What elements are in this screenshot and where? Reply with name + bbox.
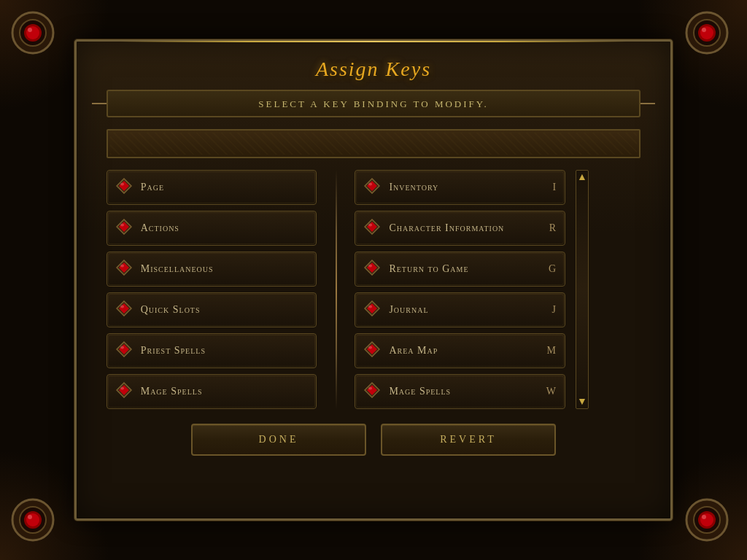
diamond-icon bbox=[116, 260, 141, 279]
svg-point-4 bbox=[28, 28, 32, 32]
diamond-icon bbox=[116, 178, 141, 197]
done-button[interactable]: Done bbox=[191, 424, 366, 456]
svg-point-19 bbox=[702, 515, 706, 519]
key-item-mage-spells-left[interactable]: Mage Spells bbox=[107, 374, 317, 409]
key-item-mage-spells-right[interactable]: Mage SpellsW bbox=[355, 374, 565, 409]
key-binding-value: R bbox=[541, 222, 556, 234]
diamond-icon bbox=[364, 341, 389, 360]
svg-point-25 bbox=[120, 224, 124, 227]
diamond-icon bbox=[364, 260, 389, 279]
svg-point-43 bbox=[368, 224, 372, 227]
dialog-title: Assign Keys bbox=[316, 58, 431, 80]
svg-point-31 bbox=[120, 306, 124, 308]
key-label: Inventory bbox=[389, 182, 535, 193]
right-column: InventoryICharacter InformationRReturn t… bbox=[343, 170, 587, 409]
key-label: Journal bbox=[389, 304, 535, 316]
key-label: Return to Game bbox=[389, 263, 535, 275]
key-item-character-information[interactable]: Character InformationR bbox=[355, 211, 565, 246]
header-decoration bbox=[107, 129, 641, 158]
key-item-actions[interactable]: Actions bbox=[107, 211, 317, 246]
corner-decoration-br bbox=[681, 494, 740, 553]
svg-point-34 bbox=[120, 346, 124, 349]
scroll-up-arrow[interactable]: ▲ bbox=[577, 172, 587, 182]
key-item-return-to-game[interactable]: Return to GameG bbox=[355, 252, 565, 287]
svg-point-13 bbox=[26, 513, 39, 526]
scroll-down-arrow[interactable]: ▼ bbox=[577, 397, 587, 407]
key-item-priest-spells[interactable]: Priest Spells bbox=[107, 333, 317, 368]
key-binding-value: G bbox=[541, 263, 556, 275]
key-label: Priest Spells bbox=[141, 345, 308, 357]
diamond-icon bbox=[364, 178, 389, 197]
diamond-icon bbox=[116, 300, 141, 319]
content-area: PageActionsMiscellaneousQuick SlotsPries… bbox=[107, 170, 587, 409]
button-area: Done Revert bbox=[107, 424, 641, 456]
subtitle-bar: SELECT A KEY BINDING TO MODIFY. bbox=[107, 90, 641, 117]
key-item-page[interactable]: Page bbox=[107, 170, 317, 205]
key-item-miscellaneous[interactable]: Miscellaneous bbox=[107, 252, 317, 287]
diamond-icon bbox=[364, 300, 389, 319]
corner-decoration-tl bbox=[7, 7, 66, 66]
key-binding-value: W bbox=[541, 386, 556, 397]
key-label: Mage Spells bbox=[389, 386, 535, 397]
key-binding-value: M bbox=[541, 345, 556, 357]
key-item-inventory[interactable]: InventoryI bbox=[355, 170, 565, 205]
svg-point-49 bbox=[368, 306, 372, 308]
key-item-area-map[interactable]: Area MapM bbox=[355, 333, 565, 368]
svg-point-18 bbox=[700, 513, 713, 526]
diamond-icon bbox=[116, 382, 141, 401]
content-wrapper: PageActionsMiscellaneousQuick SlotsPries… bbox=[107, 170, 641, 409]
key-label: Miscellaneous bbox=[141, 263, 308, 275]
revert-button[interactable]: Revert bbox=[381, 424, 556, 456]
title-area: Assign Keys bbox=[77, 42, 670, 90]
svg-point-28 bbox=[120, 265, 124, 268]
diamond-icon bbox=[116, 341, 141, 360]
svg-point-52 bbox=[368, 346, 372, 349]
svg-point-3 bbox=[26, 26, 39, 39]
left-column: PageActionsMiscellaneousQuick SlotsPries… bbox=[107, 170, 329, 409]
key-item-journal[interactable]: JournalJ bbox=[355, 292, 565, 327]
scrollbar[interactable]: ▲ ▼ bbox=[576, 170, 589, 409]
svg-point-9 bbox=[702, 28, 706, 32]
svg-point-37 bbox=[120, 387, 124, 390]
svg-point-22 bbox=[120, 183, 124, 186]
key-label: Page bbox=[141, 182, 308, 193]
subtitle-text: SELECT A KEY BINDING TO MODIFY. bbox=[258, 98, 488, 109]
key-label: Area Map bbox=[389, 345, 535, 357]
key-label: Quick Slots bbox=[141, 304, 308, 316]
key-binding-value: J bbox=[541, 304, 556, 316]
corner-decoration-bl bbox=[7, 494, 66, 553]
svg-point-40 bbox=[368, 183, 372, 186]
diamond-icon bbox=[364, 219, 389, 238]
key-label: Mage Spells bbox=[141, 386, 308, 397]
key-label: Actions bbox=[141, 222, 308, 234]
corner-decoration-tr bbox=[681, 7, 740, 66]
key-binding-value: I bbox=[541, 182, 556, 193]
diamond-icon bbox=[116, 219, 141, 238]
svg-point-46 bbox=[368, 265, 372, 268]
svg-point-8 bbox=[700, 26, 713, 39]
svg-point-14 bbox=[28, 515, 32, 519]
assign-keys-dialog: Assign Keys SELECT A KEY BINDING TO MODI… bbox=[74, 39, 673, 521]
diamond-icon bbox=[364, 382, 389, 401]
column-divider bbox=[328, 170, 343, 409]
key-item-quick-slots[interactable]: Quick Slots bbox=[107, 292, 317, 327]
key-label: Character Information bbox=[389, 222, 535, 234]
svg-point-55 bbox=[368, 387, 372, 390]
